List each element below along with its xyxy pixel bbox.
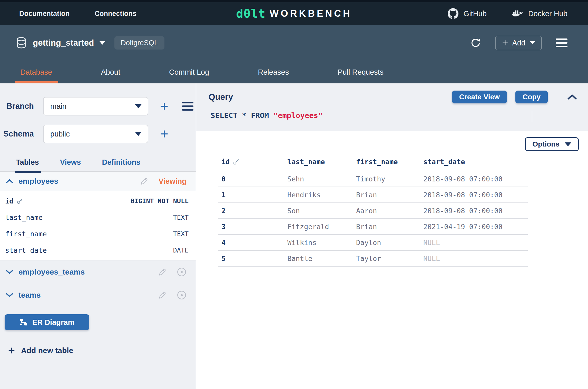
branch-menu-button[interactable]	[182, 102, 193, 111]
table-row[interactable]: 4 Wilkins Daylon NULL	[218, 235, 528, 251]
database-selector[interactable]: getting_started	[15, 36, 105, 49]
edit-table-icon[interactable]	[157, 290, 166, 300]
column-header-id[interactable]: id	[218, 158, 284, 166]
tab-database[interactable]: Database	[20, 61, 52, 83]
employees-columns: id BIGINT NOT NULL last_name TEXT first_…	[0, 191, 196, 260]
create-view-button[interactable]: Create View	[452, 91, 507, 103]
cell-start-date: NULL	[420, 239, 528, 247]
table-row[interactable]: 0 Sehn Timothy 2018-09-08 07:00:00	[218, 171, 528, 187]
plus-icon	[502, 40, 508, 46]
database-header-row: getting_started DoltgreSQL Add	[0, 25, 588, 61]
tab-commit-log[interactable]: Commit Log	[169, 61, 209, 83]
cell-first-name: Brian	[352, 191, 420, 199]
schema-row: Schema public	[0, 125, 196, 143]
table-row-employees-teams[interactable]: employees_teams	[0, 260, 196, 284]
cell-first-name: Taylor	[352, 255, 420, 262]
results-table: id last_name first_name start_date 0 Seh…	[218, 153, 528, 267]
cell-last-name: Hendriks	[284, 191, 352, 199]
refresh-button[interactable]	[470, 37, 481, 48]
run-table-query-icon[interactable]	[177, 267, 187, 277]
er-diagram-button[interactable]: ER Diagram	[5, 314, 89, 330]
chevron-down-icon	[530, 41, 535, 44]
primary-key-icon	[233, 158, 240, 165]
tab-definitions[interactable]: Definitions	[102, 158, 140, 167]
column-name: last_name	[5, 213, 43, 221]
add-branch-button[interactable]	[160, 102, 169, 111]
column-header-last-name[interactable]: last_name	[284, 158, 352, 166]
cell-id: 5	[218, 255, 284, 262]
edit-table-icon[interactable]	[157, 267, 166, 277]
results-header-row: id last_name first_name start_date	[218, 153, 528, 171]
schema-select[interactable]: public	[43, 125, 148, 143]
sql-editor[interactable]: SELECT * FROM "employees"	[211, 111, 588, 120]
database-header-actions: Add	[470, 36, 567, 50]
primary-key-icon	[17, 198, 23, 204]
logo-workbench-text: WORKBENCH	[270, 8, 352, 19]
er-diagram-label: ER Diagram	[32, 318, 74, 327]
cell-last-name: Fitzgerald	[284, 223, 352, 231]
schema-label: Schema	[0, 129, 34, 139]
branch-select[interactable]: main	[43, 97, 148, 115]
tab-tables[interactable]: Tables	[16, 158, 39, 167]
tab-about[interactable]: About	[101, 61, 120, 83]
database-icon	[15, 36, 27, 49]
tab-pull-requests[interactable]: Pull Requests	[338, 61, 384, 83]
column-row-last-name: last_name TEXT	[0, 209, 196, 226]
edit-table-icon[interactable]	[139, 177, 148, 186]
docker-icon	[511, 9, 523, 18]
nav-documentation[interactable]: Documentation	[19, 10, 70, 18]
table-row-teams[interactable]: teams	[0, 284, 196, 307]
branch-row: Branch main	[0, 97, 196, 115]
cell-last-name: Bantle	[284, 255, 352, 262]
engine-badge: DoltgreSQL	[114, 36, 164, 50]
tab-releases[interactable]: Releases	[258, 61, 289, 83]
table-row[interactable]: 5 Bantle Taylor NULL	[218, 251, 528, 267]
table-row[interactable]: 2 Son Aaron 2018-09-08 07:00:00	[218, 203, 528, 219]
sidebar-tabs: Tables Views Definitions	[0, 158, 196, 172]
cell-id: 3	[218, 223, 284, 231]
table-row-employees[interactable]: employees Viewing	[0, 172, 196, 191]
chevron-down-icon	[565, 142, 571, 146]
sql-editor-divider	[532, 111, 532, 122]
viewing-status: Viewing	[159, 177, 187, 186]
branch-label: Branch	[0, 102, 34, 111]
add-schema-button[interactable]	[160, 129, 169, 139]
github-label: GitHub	[464, 9, 487, 18]
copy-button[interactable]: Copy	[515, 91, 548, 103]
cell-first-name: Timothy	[352, 175, 420, 183]
results-panel: Options id last_name first_name star	[196, 131, 588, 389]
nav-connections[interactable]: Connections	[95, 10, 137, 18]
column-header-start-date[interactable]: start_date	[420, 158, 528, 166]
main-panel: Query Create View Copy SELECT * FROM "em…	[196, 83, 588, 389]
sql-keyword: FROM	[251, 111, 269, 120]
cell-start-date: 2018-09-08 07:00:00	[420, 175, 528, 183]
collapse-query-icon[interactable]	[567, 94, 577, 100]
table-row[interactable]: 1 Hendriks Brian 2018-09-08 07:00:00	[218, 187, 528, 203]
sql-table-name: "employees"	[273, 111, 322, 120]
cell-first-name: Daylon	[352, 239, 420, 247]
cell-id: 2	[218, 207, 284, 215]
chevron-down-icon	[135, 104, 142, 108]
run-table-query-icon[interactable]	[177, 290, 187, 300]
dolt-workbench-app: Documentation Connections d0lt WORKBENCH…	[0, 0, 588, 389]
github-icon	[448, 8, 458, 19]
logo-dolt-text: d0lt	[236, 7, 266, 21]
column-name: id	[5, 197, 14, 205]
cell-last-name: Sehn	[284, 175, 352, 183]
options-button[interactable]: Options	[525, 137, 579, 151]
add-new-table-label: Add new table	[21, 346, 73, 355]
chevron-down-icon	[6, 293, 13, 298]
cell-first-name: Brian	[352, 223, 420, 231]
menu-button[interactable]	[556, 38, 567, 47]
add-new-table-button[interactable]: Add new table	[8, 346, 196, 355]
dockerhub-link[interactable]: Docker Hub	[511, 9, 567, 18]
table-row[interactable]: 3 Fitzgerald Brian 2021-04-19 07:00:00	[218, 219, 528, 235]
top-navbar: Documentation Connections d0lt WORKBENCH…	[0, 2, 588, 25]
tab-views[interactable]: Views	[60, 158, 81, 167]
sql-keyword: SELECT	[211, 111, 238, 120]
github-link[interactable]: GitHub	[448, 8, 487, 19]
column-header-first-name[interactable]: first_name	[352, 158, 420, 166]
add-button[interactable]: Add	[495, 36, 542, 50]
query-title: Query	[209, 92, 233, 102]
column-type: BIGINT NOT NULL	[131, 197, 189, 205]
